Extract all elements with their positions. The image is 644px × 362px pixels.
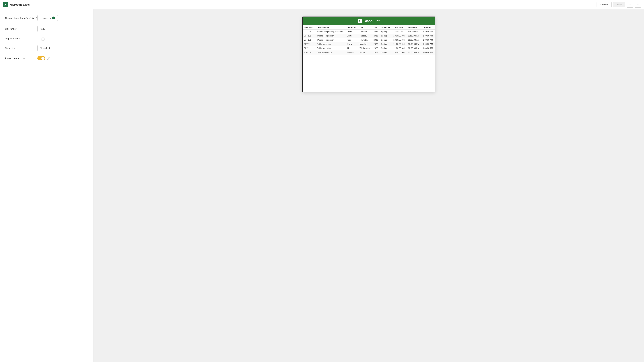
right-panel: X Class List Course IDCourse nameInstruc… — [94, 9, 644, 362]
pinned-header-track — [38, 56, 45, 60]
table-header-cell: Time start — [392, 25, 407, 30]
table-cell: 1:30:00 AM — [421, 30, 435, 34]
table-header-cell: Instructor — [346, 25, 358, 30]
table-cell: Monday — [358, 42, 372, 46]
table-row: PSY 101Basic psychologyJessicaFriday2022… — [302, 50, 435, 54]
table-cell: Spring — [380, 34, 392, 38]
table-cell: 10:00:00 AM — [392, 50, 407, 54]
table-cell: Spring — [380, 50, 392, 54]
cell-range-row: Cell range* — [5, 26, 88, 32]
table-cell: 1:30:00 AM — [421, 34, 435, 38]
table-header-cell: Duration — [421, 25, 435, 30]
table-cell: Friday — [358, 50, 372, 54]
table-cell: 12:00:00 PM — [407, 46, 421, 50]
sheet-title-input[interactable] — [38, 45, 88, 51]
table-cell: SP 111 — [302, 42, 315, 46]
logged-in-label: Logged In — [40, 17, 51, 20]
table-row: SP 111Public speakingMayaMonday2022Sprin… — [302, 42, 435, 46]
preview-excel-icon: X — [358, 19, 362, 23]
table-header-cell: Course name — [315, 25, 346, 30]
table-cell: 2022 — [372, 46, 380, 50]
table-header-cell: Day — [358, 25, 372, 30]
cell-range-control — [38, 26, 88, 32]
cell-range-input[interactable] — [38, 26, 88, 32]
preview-title: Class List — [364, 19, 380, 23]
table-cell: 1:00:00 AM — [421, 50, 435, 54]
table-cell: Kazi — [346, 38, 358, 42]
table-cell: PSY 101 — [302, 50, 315, 54]
close-icon: ✕ — [637, 3, 639, 7]
choose-items-control: Logged In ✓ — [38, 15, 88, 21]
preview-table: Course IDCourse nameInstructorDayYearSem… — [302, 25, 435, 54]
table-cell: Thursday — [358, 38, 372, 42]
main-layout: Choose Items from OneDrive * Logged In ✓… — [0, 9, 644, 362]
table-cell: 10:00:00 AM — [392, 38, 407, 42]
table-cell: 2:00:00 AM — [392, 30, 407, 34]
sheet-title-control — [38, 45, 88, 51]
table-body: CS 120Intro to computer applicationsElai… — [302, 30, 435, 54]
toggle-header-row: Toggle header — [5, 37, 88, 40]
left-panel: Choose Items from OneDrive * Logged In ✓… — [0, 9, 94, 362]
table-cell: 11:00:00 AM — [407, 50, 421, 54]
table-header-row: Course IDCourse nameInstructorDayYearSem… — [302, 25, 435, 30]
info-icon[interactable]: i — [47, 56, 50, 60]
table-header-cell: Time end — [407, 25, 421, 30]
table-header: Course IDCourse nameInstructorDayYearSem… — [302, 25, 435, 30]
toolbar: X Microsoft Excel Preview Save ··· ✕ — [0, 0, 644, 9]
table-cell: 11:00:00 AM — [392, 42, 407, 46]
logged-in-button[interactable]: Logged In ✓ — [38, 15, 58, 21]
table-cell: WR 121 — [302, 38, 315, 42]
cell-range-label: Cell range* — [5, 28, 38, 30]
table-cell: Scott — [346, 34, 358, 38]
table-cell: Elaine — [346, 30, 358, 34]
table-row: WR 121Writing compositionScottTuesday202… — [302, 34, 435, 38]
table-cell: 3:30:00 PM — [407, 30, 421, 34]
table-cell: SP 111 — [302, 46, 315, 50]
pinned-header-toggle-row: i — [38, 56, 88, 60]
table-cell: Ali — [346, 46, 358, 50]
table-cell: Wednesday — [358, 46, 372, 50]
toggle-header-label: Toggle header — [5, 37, 38, 40]
table-header-cell: Course ID — [302, 25, 315, 30]
table-cell: Basic psychology — [315, 50, 346, 54]
table-cell: 12:00:00 PM — [407, 42, 421, 46]
pinned-header-label: Pinned header row — [5, 57, 38, 60]
choose-items-label: Choose Items from OneDrive * — [5, 17, 38, 20]
table-cell: Spring — [380, 30, 392, 34]
toolbar-right: Preview Save ··· ✕ — [596, 2, 641, 8]
table-cell: 1:00:00 AM — [421, 46, 435, 50]
toggle-header-control — [38, 37, 88, 40]
excel-app-icon: X — [3, 2, 8, 7]
table-cell: Tuesday — [358, 34, 372, 38]
table-cell: Spring — [380, 46, 392, 50]
more-button[interactable]: ··· — [627, 2, 633, 8]
table-cell: Writing composition — [315, 38, 346, 42]
table-cell: 11:30:00 AM — [407, 38, 421, 42]
table-cell: 2022 — [372, 50, 380, 54]
pinned-header-control: i — [38, 56, 88, 60]
table-cell: Writing composition — [315, 34, 346, 38]
table-cell: 10:00:00 AM — [392, 34, 407, 38]
table-cell: 2022 — [372, 30, 380, 34]
table-cell: Intro to computer applications — [315, 30, 346, 34]
table-cell: Public speaking — [315, 42, 346, 46]
pinned-header-switch[interactable] — [38, 56, 45, 60]
table-cell: 11:30:00 AM — [407, 34, 421, 38]
table-cell: Spring — [380, 42, 392, 46]
table-cell: 1:00:00 AM — [421, 42, 435, 46]
preview-header: X Class List — [302, 17, 435, 25]
table-cell: Spring — [380, 38, 392, 42]
table-cell: WR 121 — [302, 34, 315, 38]
preview-button[interactable]: Preview — [596, 2, 612, 7]
table-cell: 1:30:00 AM — [421, 38, 435, 42]
table-cell: 2022 — [372, 34, 380, 38]
toolbar-left: X Microsoft Excel — [3, 2, 596, 7]
table-cell: 2022 — [372, 38, 380, 42]
table-cell: 2022 — [372, 42, 380, 46]
table-cell: Jessica — [346, 50, 358, 54]
table-header-cell: Year — [372, 25, 380, 30]
save-button[interactable]: Save — [613, 2, 625, 7]
table-cell: 11:00:00 AM — [392, 46, 407, 50]
table-cell: Public speaking — [315, 46, 346, 50]
close-button[interactable]: ✕ — [635, 2, 641, 8]
